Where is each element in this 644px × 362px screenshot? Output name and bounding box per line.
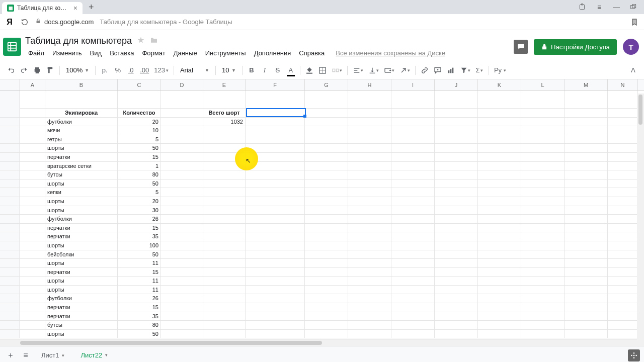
cell[interactable]	[565, 321, 608, 329]
row-header[interactable]	[0, 215, 20, 223]
cell[interactable]	[391, 197, 435, 206]
cell[interactable]	[521, 162, 565, 170]
wrap-button[interactable]: ▾	[382, 64, 396, 76]
cell[interactable]	[161, 188, 203, 197]
row-header[interactable]	[0, 303, 20, 312]
col-header[interactable]: J	[435, 79, 478, 90]
cell[interactable]	[20, 197, 45, 206]
filter-button[interactable]: ▾	[458, 64, 472, 76]
cell[interactable]	[305, 126, 348, 135]
maximize-icon[interactable]	[629, 3, 638, 12]
cell[interactable]	[305, 268, 348, 277]
cell[interactable]	[348, 330, 391, 338]
cell[interactable]	[435, 90, 478, 109]
cell[interactable]	[305, 206, 348, 215]
cell[interactable]	[305, 153, 348, 161]
cell[interactable]	[348, 321, 391, 329]
yandex-icon[interactable]: Я	[5, 18, 14, 27]
row-header[interactable]	[0, 241, 20, 250]
cell[interactable]	[203, 153, 246, 161]
cell[interactable]	[305, 162, 348, 170]
cell[interactable]	[246, 259, 305, 267]
cell[interactable]	[161, 170, 203, 179]
cell[interactable]	[246, 170, 305, 179]
increase-decimal-button[interactable]: .00	[138, 64, 151, 76]
cell[interactable]	[391, 232, 435, 241]
cell[interactable]	[478, 224, 521, 232]
cell[interactable]	[391, 126, 435, 135]
cell[interactable]	[478, 144, 521, 152]
cell[interactable]	[608, 109, 638, 117]
cell[interactable]	[565, 126, 608, 135]
font-size-select[interactable]: 10▼	[219, 66, 239, 74]
cell[interactable]	[391, 286, 435, 294]
cell[interactable]: 50	[118, 179, 161, 188]
cell[interactable]	[348, 277, 391, 285]
cell[interactable]	[20, 109, 45, 117]
cell[interactable]	[435, 118, 478, 126]
cell[interactable]	[20, 259, 45, 267]
vertical-scrollbar[interactable]	[637, 94, 644, 340]
cell[interactable]	[305, 135, 348, 144]
cell[interactable]	[521, 135, 565, 144]
menu-insert[interactable]: Вставка	[107, 48, 137, 58]
cell[interactable]	[435, 294, 478, 303]
cell[interactable]	[305, 90, 348, 109]
cell[interactable]	[521, 277, 565, 285]
cell[interactable]: 10	[118, 126, 161, 135]
cell[interactable]: кепки	[45, 188, 118, 197]
functions-button[interactable]: Σ▾	[473, 64, 486, 76]
cell[interactable]	[203, 294, 246, 303]
cell[interactable]	[521, 312, 565, 321]
strikethrough-button[interactable]: S	[272, 64, 284, 76]
row-header[interactable]	[0, 170, 20, 179]
cell[interactable]: футболки	[45, 294, 118, 303]
row-header[interactable]	[0, 126, 20, 135]
cell[interactable]	[391, 153, 435, 161]
cell[interactable]	[305, 286, 348, 294]
cell[interactable]: Количество	[118, 109, 161, 117]
cell[interactable]	[565, 250, 608, 259]
cell[interactable]: перчатки	[45, 232, 118, 241]
cell[interactable]	[203, 170, 246, 179]
cell[interactable]	[348, 241, 391, 250]
col-header[interactable]: K	[478, 79, 521, 90]
cell[interactable]	[391, 250, 435, 259]
cell[interactable]	[565, 135, 608, 144]
cell[interactable]	[478, 126, 521, 135]
cell[interactable]	[391, 277, 435, 285]
menu-addons[interactable]: Дополнения	[251, 48, 294, 58]
cell[interactable]: мячи	[45, 126, 118, 135]
cell[interactable]: 35	[118, 232, 161, 241]
cell[interactable]	[391, 206, 435, 215]
cell[interactable]	[521, 109, 565, 117]
cell[interactable]: 5	[118, 188, 161, 197]
number-format-select[interactable]: 123▾	[152, 64, 171, 76]
cell[interactable]	[305, 241, 348, 250]
cell[interactable]	[521, 303, 565, 312]
cell[interactable]: Экипировка	[45, 109, 118, 117]
cell[interactable]	[521, 144, 565, 152]
cell[interactable]	[45, 90, 118, 109]
row-header[interactable]	[0, 144, 20, 152]
cell[interactable]: 26	[118, 215, 161, 223]
cell[interactable]	[435, 188, 478, 197]
cell[interactable]	[565, 277, 608, 285]
cell[interactable]	[391, 118, 435, 126]
cell[interactable]	[565, 312, 608, 321]
cell[interactable]	[565, 170, 608, 179]
cell[interactable]	[608, 179, 638, 188]
cell[interactable]	[203, 277, 246, 285]
cell[interactable]	[478, 259, 521, 267]
decrease-decimal-button[interactable]: .0	[125, 64, 137, 76]
cell[interactable]	[203, 321, 246, 329]
cell[interactable]	[435, 144, 478, 152]
cell[interactable]	[203, 188, 246, 197]
cell[interactable]	[565, 241, 608, 250]
cell[interactable]	[203, 144, 246, 152]
cell[interactable]	[20, 250, 45, 259]
cell[interactable]	[161, 215, 203, 223]
cell[interactable]	[565, 259, 608, 267]
row-header[interactable]	[0, 197, 20, 206]
cell[interactable]	[565, 206, 608, 215]
